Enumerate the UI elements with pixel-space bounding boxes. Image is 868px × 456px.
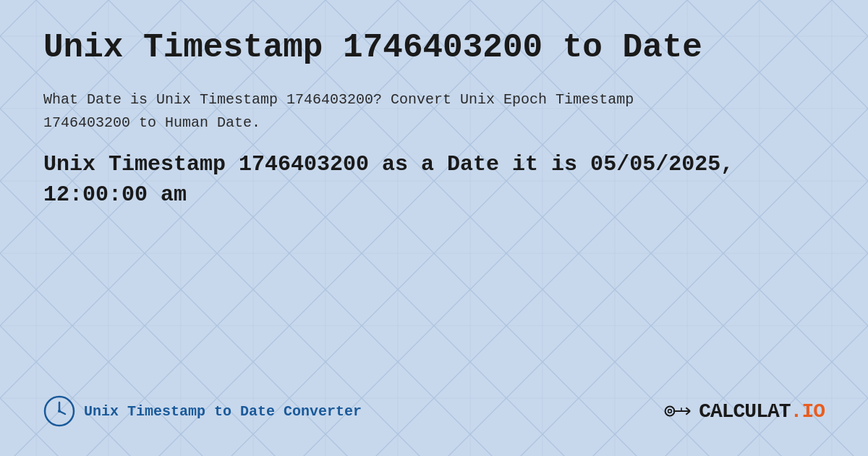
svg-point-12 xyxy=(58,410,61,413)
footer-link-label: Unix Timestamp to Date Converter xyxy=(84,403,362,420)
page-description: What Date is Unix Timestamp 1746403200? … xyxy=(43,88,694,135)
svg-point-13 xyxy=(665,407,675,416)
logo-io: .IO xyxy=(791,400,825,423)
footer-link[interactable]: Unix Timestamp to Date Converter xyxy=(43,395,362,427)
clock-icon xyxy=(43,395,75,427)
result-display: Unix Timestamp 1746403200 as a Date it i… xyxy=(43,149,825,210)
logo-icon xyxy=(664,397,693,426)
page-title: Unix Timestamp 1746403200 to Date xyxy=(43,29,825,67)
svg-point-14 xyxy=(668,410,672,413)
calculat-io-logo[interactable]: CALCULAT.IO xyxy=(664,397,825,426)
logo-text: CALCULAT.IO xyxy=(699,400,825,423)
